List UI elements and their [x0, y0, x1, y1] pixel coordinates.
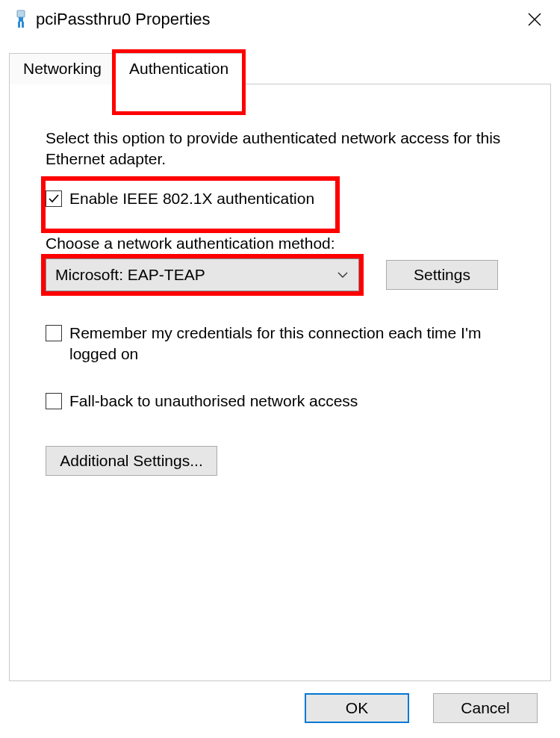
remember-credentials-label: Remember my credentials for this connect…	[69, 323, 514, 365]
auth-method-selected: Microsoft: EAP-TEAP	[55, 266, 205, 284]
choose-method-label: Choose a network authentication method:	[46, 235, 514, 252]
tab-authentication-label: Authentication	[129, 60, 228, 77]
svg-rect-1	[19, 17, 23, 22]
svg-rect-0	[17, 10, 25, 17]
remember-credentials-checkbox[interactable]: Remember my credentials for this connect…	[46, 323, 514, 365]
tab-networking-label: Networking	[23, 60, 102, 77]
network-adapter-icon	[13, 10, 28, 29]
titlebar: pciPassthru0 Properties	[0, 0, 560, 39]
dialog-footer: OK Cancel	[0, 681, 560, 723]
chevron-down-icon	[337, 269, 348, 281]
tab-bar: Networking Authentication	[9, 52, 551, 84]
enable-auth-block: Enable IEEE 802.1X authentication	[46, 176, 514, 212]
additional-settings-label: Additional Settings...	[60, 452, 202, 470]
close-button[interactable]	[523, 7, 547, 31]
window-title: pciPassthru0 Properties	[36, 10, 523, 29]
cancel-button[interactable]: Cancel	[433, 693, 538, 723]
checkbox-checked-icon	[46, 190, 62, 207]
ok-button[interactable]: OK	[305, 693, 409, 723]
fallback-checkbox[interactable]: Fall-back to unauthorised network access	[46, 391, 514, 412]
settings-button[interactable]: Settings	[386, 260, 498, 290]
tab-panel-authentication: Select this option to provide authentica…	[9, 84, 551, 681]
settings-button-label: Settings	[414, 266, 470, 284]
enable-8021x-checkbox[interactable]: Enable IEEE 802.1X authentication	[46, 188, 514, 209]
ok-button-label: OK	[346, 699, 368, 717]
svg-rect-2	[18, 22, 20, 28]
tab-authentication[interactable]: Authentication	[115, 53, 243, 84]
fallback-label: Fall-back to unauthorised network access	[69, 391, 358, 412]
method-row: Microsoft: EAP-TEAP Settings	[46, 258, 514, 291]
close-icon	[527, 12, 542, 27]
enable-8021x-label: Enable IEEE 802.1X authentication	[69, 188, 314, 209]
description-text: Select this option to provide authentica…	[46, 128, 514, 170]
cancel-button-label: Cancel	[461, 699, 509, 717]
checkbox-unchecked-icon	[46, 325, 62, 341]
checkbox-unchecked-icon	[46, 393, 62, 409]
auth-method-dropdown[interactable]: Microsoft: EAP-TEAP	[46, 258, 359, 291]
tab-networking[interactable]: Networking	[9, 53, 116, 84]
additional-settings-button[interactable]: Additional Settings...	[46, 446, 217, 476]
svg-rect-3	[22, 22, 24, 28]
